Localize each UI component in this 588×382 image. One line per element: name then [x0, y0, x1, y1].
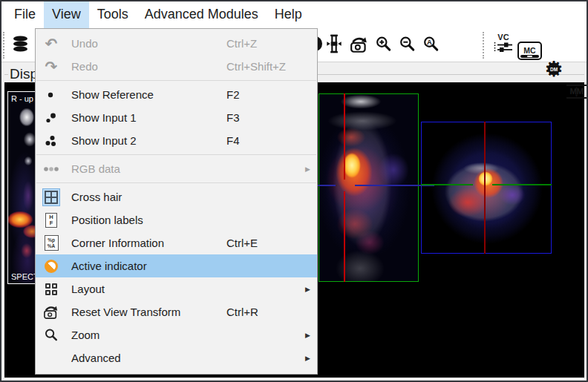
position-labels-icon — [36, 213, 67, 228]
dm-label: DM — [549, 64, 560, 75]
coronal-crosshair-vertical-top — [344, 93, 345, 180]
toolbar-separator — [483, 32, 484, 59]
active-indicator-icon — [36, 260, 67, 273]
viewport-coronal[interactable] — [318, 93, 419, 282]
svg-text:A: A — [427, 39, 432, 46]
menu-item-corner-information[interactable]: Corner Information Ctrl+E — [36, 231, 317, 254]
menu-item-zoom[interactable]: Zoom — [36, 323, 317, 346]
axial-crosshair-horizontal-left — [421, 184, 473, 185]
submenu-arrow-icon — [305, 355, 317, 362]
menu-view[interactable]: View — [44, 0, 89, 28]
toolbar-grip[interactable] — [3, 32, 4, 59]
submenu-arrow-icon — [305, 165, 317, 173]
coronal-crosshair-horizontal-left — [318, 185, 336, 186]
menu-bar: File View Tools Advanced Modules Help — [0, 0, 588, 28]
menu-item-show-input-1[interactable]: Show Input 1 F3 — [36, 106, 317, 129]
crosshair-position-icon[interactable] — [325, 33, 343, 54]
dm-module-button[interactable]: DM — [543, 57, 565, 81]
single-dot-icon — [36, 88, 67, 102]
reset-view-icon — [36, 305, 67, 320]
menu-item-active-indicator[interactable]: Active indicator — [36, 254, 317, 277]
layout-icon — [36, 283, 67, 295]
application-window: File View Tools Advanced Modules Help — [0, 0, 588, 382]
menu-separator — [36, 154, 316, 155]
menu-help[interactable]: Help — [267, 0, 310, 28]
reset-view-icon[interactable] — [350, 36, 369, 53]
submenu-arrow-icon — [305, 286, 317, 293]
undo-icon — [45, 36, 58, 51]
two-dots-icon — [36, 111, 67, 125]
mc-module-button[interactable]: MC — [517, 42, 542, 60]
orientation-label: R - up — [11, 94, 33, 103]
zoom-icon — [36, 328, 67, 343]
zoom-out-icon[interactable] — [399, 36, 416, 53]
menu-item-layout[interactable]: Layout — [36, 277, 317, 300]
mc-bar — [520, 55, 539, 59]
zoom-auto-icon[interactable]: A — [422, 36, 440, 53]
crosshair-icon — [36, 188, 67, 206]
zoom-in-icon[interactable] — [375, 36, 392, 53]
menu-item-undo[interactable]: Undo Ctrl+Z — [36, 32, 317, 55]
menu-file[interactable]: File — [6, 0, 44, 28]
data-stack-icon[interactable] — [10, 35, 30, 53]
menu-item-rgb-data[interactable]: RGB data — [36, 157, 317, 180]
vc-module-button[interactable]: VC — [492, 33, 514, 56]
rgb-dots-icon — [36, 162, 67, 177]
menu-item-cross-hair[interactable]: Cross hair — [36, 185, 317, 208]
viewport-axial[interactable] — [421, 122, 552, 254]
corner-info-icon — [36, 235, 67, 251]
mm-module-button[interactable]: MM — [566, 85, 587, 99]
menu-advanced-modules[interactable]: Advanced Modules — [137, 0, 267, 28]
redo-icon — [45, 59, 58, 74]
axial-crosshair-vertical — [484, 122, 486, 254]
menu-item-redo[interactable]: Redo Ctrl+Shift+Z — [36, 55, 317, 78]
three-dots-icon — [36, 134, 67, 148]
arrow-up-icon — [575, 85, 579, 90]
menu-item-position-labels[interactable]: Position labels — [36, 208, 317, 231]
menu-separator — [36, 80, 316, 81]
arrow-down-icon — [575, 93, 579, 98]
vc-label: VC — [493, 33, 514, 41]
menu-item-reset-view-transform[interactable]: Reset View Transform Ctrl+R — [36, 300, 317, 323]
menu-item-show-input-2[interactable]: Show Input 2 F4 — [36, 129, 317, 152]
menu-separator — [36, 182, 316, 183]
coronal-crosshair-vertical-bottom — [344, 191, 345, 282]
menu-item-show-reference[interactable]: Show Reference F2 — [36, 83, 317, 106]
menu-tools[interactable]: Tools — [89, 0, 137, 28]
menu-item-advanced[interactable]: Advanced — [36, 346, 317, 369]
view-dropdown-menu: Undo Ctrl+Z Redo Ctrl+Shift+Z Show Refer… — [35, 28, 318, 375]
submenu-arrow-icon — [305, 332, 317, 339]
axial-crosshair-horizontal-right — [492, 184, 552, 185]
